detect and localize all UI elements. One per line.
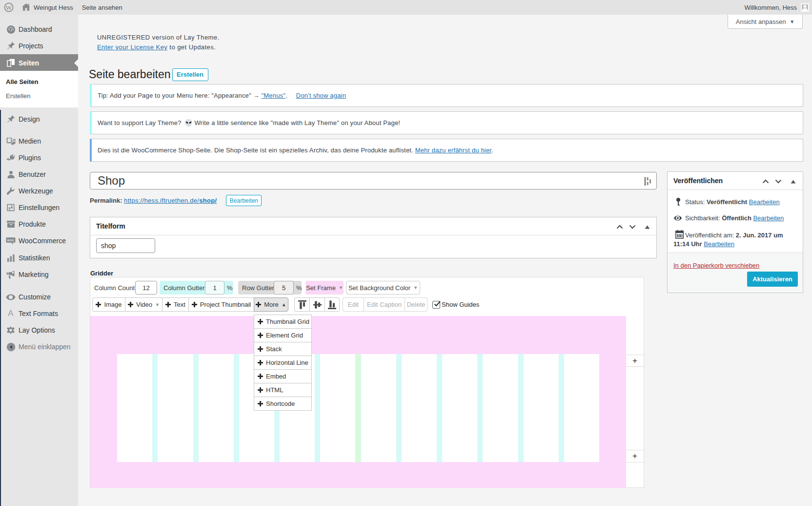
svg-text:W: W bbox=[6, 4, 12, 11]
svg-text:WOO: WOO bbox=[7, 239, 15, 242]
